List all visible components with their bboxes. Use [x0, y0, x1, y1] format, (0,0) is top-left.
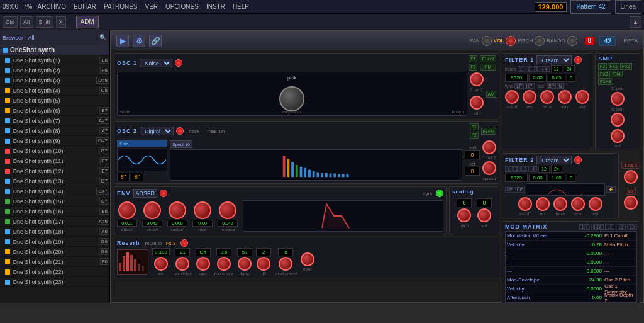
f2-env-knob[interactable] — [571, 197, 585, 211]
menu-opciones[interactable]: OPCIONES — [165, 3, 199, 10]
vol-knob[interactable] — [506, 36, 516, 46]
sidebar-item-20[interactable]: One Shot synth (20) G6 — [0, 247, 109, 257]
rango-knob[interactable] — [567, 36, 577, 46]
wet-knob[interactable] — [154, 257, 168, 271]
pitch-scale-knob[interactable] — [457, 208, 471, 222]
sidebar-item-8[interactable]: One Shot synth (8) A7 — [0, 126, 109, 136]
amp-f1pan-knob[interactable] — [611, 92, 625, 106]
mod-l1-btn[interactable]: L1 — [605, 224, 615, 230]
sidebar-item-21[interactable]: One Shot synth (21) F6 — [0, 257, 109, 267]
filter1-mode-4-btn[interactable]: 4 — [542, 66, 550, 72]
filter1-n-btn[interactable]: N — [557, 83, 564, 89]
osc2-f2-btn[interactable]: F2 — [470, 132, 479, 139]
shift-btn[interactable]: Shift — [36, 16, 53, 28]
menu-archivo[interactable]: ARCHIVO — [37, 3, 66, 10]
pitch-knob[interactable] — [535, 36, 545, 46]
osc2-power-btn[interactable] — [176, 127, 184, 135]
menu-patrones[interactable]: PATRONES — [104, 3, 138, 10]
f2-res-knob[interactable] — [536, 197, 550, 211]
fx-power-btn[interactable] — [180, 239, 188, 247]
x-btn[interactable]: X — [56, 16, 66, 28]
bal2-knob[interactable] — [624, 170, 638, 184]
mod-knob[interactable] — [301, 252, 314, 266]
osc1-f2-btn[interactable]: F2 — [469, 64, 477, 71]
amp-fxs-btn[interactable]: FX+S — [598, 78, 613, 85]
plugin-settings-icon[interactable]: ⚙ — [133, 35, 145, 47]
sidebar-item-14[interactable]: One Shot synth (14) C#7 — [0, 186, 109, 196]
filter1-hp-btn[interactable]: HP — [525, 83, 535, 89]
sidebar-item-23[interactable]: One Shot synth (23) — [0, 277, 109, 287]
osc1-vol-knob[interactable] — [470, 96, 484, 110]
adm-button[interactable]: ADM — [76, 16, 99, 28]
sidebar-item-9[interactable]: One Shot synth (9) G#7 — [0, 136, 109, 146]
filter2-type-select[interactable]: Cream — [536, 156, 572, 164]
amp-fx4-btn[interactable]: FX4 — [611, 71, 623, 77]
sidebar-item-22[interactable]: One Shot synth (22) — [0, 267, 109, 277]
sidebar-item-7[interactable]: One Shot synth (7) A#7 — [0, 116, 109, 126]
linea-display[interactable]: Linea — [615, 0, 641, 14]
plugin-arrow-icon[interactable]: ▶ — [116, 35, 129, 47]
f2-track-knob[interactable] — [553, 197, 567, 211]
bpm-display[interactable]: 129.000 — [535, 2, 567, 12]
osc1-power-btn[interactable] — [175, 59, 182, 67]
osc2-bal-knob[interactable] — [482, 140, 496, 154]
filter2-mode-1-btn[interactable]: 1 — [505, 166, 513, 172]
env-power-btn[interactable] — [160, 190, 167, 197]
osc1-fm-btn[interactable]: FM — [480, 64, 496, 71]
attack-knob[interactable] — [118, 201, 136, 219]
filter1-lp-btn[interactable]: LP — [514, 83, 524, 89]
filter2-hp-btn[interactable]: HP — [515, 187, 525, 193]
osc1-am-btn[interactable]: AM — [486, 91, 497, 98]
sync-knob[interactable] — [196, 257, 210, 271]
sidebar-item-4[interactable]: One Shot synth (4) C8 — [0, 86, 109, 96]
sidebar-item-1[interactable]: One Shot synth (1) E8 — [0, 55, 109, 65]
f1-env-knob[interactable] — [558, 90, 572, 104]
osc1-bal-knob[interactable] — [470, 72, 484, 86]
sidebar-item-16[interactable]: One Shot synth (16) B6 — [0, 207, 109, 217]
f1-vel-knob[interactable] — [575, 90, 589, 104]
sidebar-item-17[interactable]: One Shot synth (17) A#6 — [0, 217, 109, 227]
mod-l2-btn[interactable]: L2 — [616, 224, 626, 230]
mod-1-8-btn[interactable]: 1-8 — [579, 224, 589, 230]
fade-knob[interactable] — [194, 201, 211, 219]
f1-cutoff-knob[interactable] — [505, 90, 519, 104]
amp-fx3-btn[interactable]: FX3 — [598, 71, 610, 77]
env-sync-btn[interactable] — [436, 190, 443, 197]
amp-vol-knob[interactable] — [611, 129, 625, 143]
f1-res-knob[interactable] — [523, 90, 536, 104]
speed-knob[interactable] — [279, 257, 292, 271]
damp-knob[interactable] — [238, 257, 252, 271]
room-knob[interactable] — [217, 257, 231, 271]
menu-editar[interactable]: EDITAR — [74, 3, 96, 10]
filter2-mode-3-btn[interactable]: 3 — [521, 166, 529, 172]
osc2-type-select[interactable]: Digital — [140, 127, 174, 135]
menu-instr[interactable]: INSTR — [206, 3, 225, 10]
filter1-type-select[interactable]: Cream — [536, 55, 572, 64]
osc2-spectr-btn[interactable]: Spectr16 — [170, 140, 192, 148]
pattern-display[interactable]: Pattern 42 — [570, 0, 611, 14]
plugin-link-icon[interactable]: 🔗 — [149, 35, 162, 47]
sidebar-item-11[interactable]: One Shot synth (11) F7 — [0, 156, 109, 166]
sidebar-item-5[interactable]: One Shot synth (5) — [0, 96, 109, 106]
filter2-mode-4-btn[interactable]: 4 — [530, 166, 537, 172]
vel-scale-knob[interactable] — [477, 208, 491, 222]
decay-knob[interactable] — [143, 201, 161, 219]
osc1-f1x2-btn[interactable]: F1+x2 — [480, 55, 496, 62]
sidebar-item-10[interactable]: One Shot synth (10) G7 — [0, 146, 109, 156]
osc1-f1-btn[interactable]: F1 — [469, 55, 477, 62]
osc2-spread-knob[interactable] — [482, 161, 496, 175]
alt-btn[interactable]: Alt — [20, 16, 33, 28]
f2-cutoff-knob[interactable] — [518, 197, 532, 211]
filter1-mode-3-btn[interactable]: 3 — [534, 66, 541, 72]
f2-vel-knob[interactable] — [589, 197, 602, 211]
osc1-type-select[interactable]: Noise — [140, 59, 172, 67]
sidebar-item-12[interactable]: One Shot synth (12) E7 — [0, 166, 109, 176]
filter2-power-btn[interactable] — [574, 156, 582, 164]
sidebar-item-19[interactable]: One Shot synth (19) G6 — [0, 237, 109, 247]
release-knob[interactable] — [219, 201, 236, 219]
sidebar-item-3[interactable]: One Shot synth (3) D#8 — [0, 76, 109, 86]
amp-f2pan-knob[interactable] — [611, 113, 625, 127]
filter1-mode-1-btn[interactable]: 1 — [518, 66, 525, 72]
sidebar-item-oneshot-header[interactable]: OneShot synth — [0, 45, 109, 55]
filter2-power2-btn[interactable]: ⚡ — [606, 186, 616, 193]
